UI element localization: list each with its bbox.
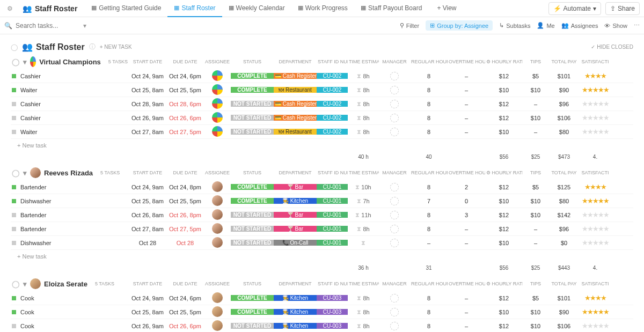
col-time-estimate[interactable]: TIME ESTIMATE bbox=[348, 281, 379, 286]
task-row[interactable]: BartenderOct 26, 8amOct 26, 8pmNOT START… bbox=[11, 208, 633, 222]
staff-id[interactable]: CU-003 bbox=[317, 323, 348, 329]
satisfaction[interactable]: ★★★★ bbox=[580, 72, 611, 80]
col-regular-hours[interactable]: REGULAR HOURS bbox=[410, 59, 448, 64]
status-badge[interactable]: NOT STARTED bbox=[231, 115, 274, 121]
due-date[interactable]: Oct 24, 6pm bbox=[166, 73, 204, 79]
show-button[interactable]: 👁Show bbox=[604, 23, 627, 29]
overtime-hours[interactable]: – bbox=[448, 323, 485, 329]
new-task-header[interactable]: + NEW TASK bbox=[100, 44, 132, 50]
col-status[interactable]: STATUS bbox=[231, 281, 274, 286]
total-pay[interactable]: $142 bbox=[548, 212, 580, 218]
col-total-pay[interactable]: TOTAL PAY bbox=[548, 170, 580, 175]
tips[interactable]: $10 bbox=[523, 212, 548, 218]
manager-cell[interactable] bbox=[379, 211, 410, 219]
hourly-rate[interactable]: $12 bbox=[485, 212, 523, 218]
filter-button[interactable]: ⚲Filter bbox=[400, 22, 419, 29]
chevron-down-icon[interactable]: ▾ bbox=[23, 58, 27, 66]
total-pay[interactable]: $101 bbox=[548, 295, 580, 301]
staff-id[interactable]: CU-002 bbox=[317, 101, 348, 107]
satisfaction[interactable]: ★★★★★ bbox=[580, 100, 611, 108]
tips[interactable]: $10 bbox=[523, 323, 548, 329]
col-satisfacti[interactable]: SATISFACTI bbox=[580, 281, 611, 286]
regular-hours[interactable]: 8 bbox=[410, 129, 448, 135]
satisfaction[interactable]: ★★★★★ bbox=[580, 308, 611, 316]
overtime-hours[interactable]: – bbox=[448, 295, 485, 301]
col-overtime-hours[interactable]: OVERTIME HOURS bbox=[448, 281, 485, 286]
overtime-hours[interactable]: – bbox=[448, 115, 485, 121]
col-manager[interactable]: MANAGER bbox=[379, 281, 410, 286]
regular-hours[interactable]: 8 bbox=[410, 101, 448, 107]
assignee-cell[interactable] bbox=[204, 195, 231, 207]
start-date[interactable]: Oct 28 bbox=[129, 240, 166, 246]
col-overtime-hours[interactable]: OVERTIME HOURS bbox=[448, 170, 485, 175]
total-pay[interactable]: $0 bbox=[548, 240, 580, 246]
hourly-rate[interactable]: $10 bbox=[485, 87, 523, 93]
manager-cell[interactable] bbox=[379, 239, 410, 247]
status-badge[interactable]: NOT STARTED bbox=[231, 101, 274, 107]
col-tips[interactable]: TIPS bbox=[523, 59, 548, 64]
regular-hours[interactable]: 8 bbox=[410, 184, 448, 190]
hourly-rate[interactable]: $12 bbox=[485, 226, 523, 232]
task-row[interactable]: CashierOct 26, 9amOct 26, 6pmNOT STARTED… bbox=[11, 111, 633, 125]
time-estimate[interactable]: ⧗8h bbox=[348, 294, 379, 301]
tab-work-progress[interactable]: ▦Work Progress bbox=[291, 0, 354, 17]
staff-id[interactable]: CU-002 bbox=[317, 129, 348, 135]
automate-button[interactable]: ⚡ Automate ▾ bbox=[548, 2, 601, 15]
col-start-date[interactable]: START DATE bbox=[129, 281, 166, 286]
col-time-estimate[interactable]: TIME ESTIMATE bbox=[348, 59, 379, 64]
tips[interactable]: $5 bbox=[523, 295, 548, 301]
satisfaction[interactable]: ★★★★★ bbox=[580, 114, 611, 122]
manager-cell[interactable] bbox=[379, 114, 410, 122]
status-badge[interactable]: COMPLETE bbox=[231, 198, 274, 204]
start-date[interactable]: Oct 27, 8am bbox=[129, 129, 166, 135]
time-estimate[interactable]: ⧗10h bbox=[348, 183, 379, 190]
task-row[interactable]: BartenderOct 27, 8amOct 27, 5pmNOT START… bbox=[11, 222, 633, 236]
due-date[interactable]: Oct 26, 8pm bbox=[166, 212, 204, 218]
total-pay[interactable]: $101 bbox=[548, 73, 580, 79]
task-row[interactable]: DishwasherOct 25, 8amOct 25, 5pmCOMPLETE… bbox=[11, 194, 633, 208]
col-department[interactable]: DEPARTMENT bbox=[274, 170, 317, 175]
group-name[interactable]: ◯▾Reeves Rizada5 TASKS bbox=[11, 167, 129, 178]
department-badge[interactable]: 🍽 Restaurant bbox=[274, 87, 317, 93]
department-badge[interactable]: 👨‍🍳 Kitchen bbox=[274, 295, 317, 301]
overtime-hours[interactable]: – bbox=[448, 240, 485, 246]
time-estimate[interactable]: ⧗8h bbox=[348, 72, 379, 79]
col-start-date[interactable]: START DATE bbox=[129, 59, 166, 64]
staff-id[interactable]: CU-002 bbox=[317, 73, 348, 79]
regular-hours[interactable]: 8 bbox=[410, 323, 448, 329]
new-task-row[interactable]: + New task bbox=[11, 250, 633, 263]
task-row[interactable]: BartenderOct 24, 9amOct 24, 8pmCOMPLETE🍸… bbox=[11, 180, 633, 194]
assignee-cell[interactable] bbox=[204, 320, 231, 332]
department-badge[interactable]: 🍽 Restaurant bbox=[274, 129, 317, 135]
subtasks-button[interactable]: ↳Subtasks bbox=[499, 22, 530, 29]
total-pay[interactable]: $80 bbox=[548, 129, 580, 135]
task-row[interactable]: CookOct 26, 9amOct 26, 6pmNOT STARTED👨‍🍳… bbox=[11, 319, 633, 332]
time-estimate[interactable]: ⧗8h bbox=[348, 100, 379, 107]
col-satisfacti[interactable]: SATISFACTI bbox=[580, 59, 611, 64]
col-start-date[interactable]: START DATE bbox=[129, 170, 166, 175]
start-date[interactable]: Oct 25, 8am bbox=[129, 309, 166, 315]
start-date[interactable]: Oct 25, 8am bbox=[129, 87, 166, 93]
staff-id[interactable]: CU-001 bbox=[317, 226, 348, 232]
overtime-hours[interactable]: 2 bbox=[448, 184, 485, 190]
department-badge[interactable]: 👨‍🍳 Kitchen bbox=[274, 323, 317, 329]
department-badge[interactable]: 🍸 Bar bbox=[274, 184, 317, 190]
due-date[interactable]: Oct 26, 6pm bbox=[166, 323, 204, 329]
col-staff-id-number[interactable]: STAFF ID NUMBER bbox=[317, 59, 348, 64]
col-hourly-rate[interactable]: ⚙ HOURLY RATE bbox=[485, 170, 523, 175]
time-estimate[interactable]: ⧗8h bbox=[348, 225, 379, 232]
time-estimate[interactable]: ⧗8h bbox=[348, 86, 379, 93]
col-due-date[interactable]: DUE DATE bbox=[166, 59, 204, 64]
assignee-cell[interactable] bbox=[204, 70, 231, 82]
assignee-cell[interactable] bbox=[204, 292, 231, 304]
total-pay[interactable]: $90 bbox=[548, 87, 580, 93]
department-badge[interactable]: 💳 Cash Register bbox=[274, 115, 317, 121]
col-status[interactable]: STATUS bbox=[231, 170, 274, 175]
due-date[interactable]: Oct 25, 5pm bbox=[166, 309, 204, 315]
tab-getting-started-guide[interactable]: ▦Getting Started Guide bbox=[85, 0, 167, 17]
department-badge[interactable]: 🍸 Bar bbox=[274, 226, 317, 232]
assignee-cell[interactable] bbox=[204, 84, 231, 96]
hourly-rate[interactable]: $12 bbox=[485, 101, 523, 107]
department-badge[interactable]: 👨‍🍳 Kitchen bbox=[274, 198, 317, 204]
status-badge[interactable]: NOT STARTED bbox=[231, 323, 274, 329]
